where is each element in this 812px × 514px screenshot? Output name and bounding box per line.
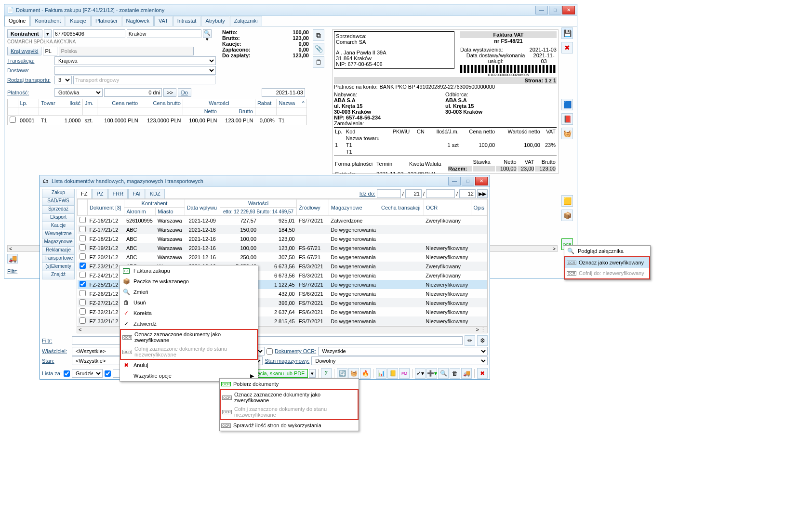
tab-vat[interactable]: VAT — [154, 16, 173, 26]
row-checkbox[interactable] — [80, 244, 86, 250]
search2-icon[interactable]: 🔍 — [438, 368, 449, 379]
close-button[interactable]: ✕ — [475, 177, 488, 185]
maximize-button[interactable]: □ — [462, 177, 474, 185]
pm-icon[interactable]: PM — [399, 368, 410, 379]
row-checkbox[interactable] — [80, 263, 86, 269]
kraj-code[interactable] — [43, 47, 57, 55]
transakcja-select[interactable]: Krajowa — [54, 56, 216, 65]
leftbtn-10[interactable]: Znajdź — [42, 271, 75, 279]
ctx-item[interactable]: 🗑Usuń — [120, 297, 258, 308]
truck2-icon[interactable]: 🚚 — [461, 368, 472, 379]
package-icon[interactable]: 📦 — [561, 210, 573, 221]
ctx-item[interactable]: OCROznacz jako zweryfikowany — [565, 257, 649, 268]
close-button[interactable]: ✕ — [562, 6, 575, 14]
ctx-item[interactable]: ✓Zatwierdź — [120, 318, 258, 329]
truck-icon[interactable]: 🚚 — [7, 254, 18, 264]
kontrahent-code[interactable] — [53, 29, 125, 38]
subtab-FRR[interactable]: FRR — [108, 189, 128, 198]
minimize-button[interactable]: — — [535, 6, 548, 14]
table-row[interactable]: 00001T1 1,0000szt. 100,0000 PLN123,0000 … — [8, 116, 307, 125]
ocr-dropdown[interactable]: ▾ — [309, 369, 316, 378]
tab-załączniki[interactable]: Załączniki — [230, 16, 262, 26]
ctx-item[interactable]: ✖Anuluj — [120, 360, 258, 370]
leftbtn-4[interactable]: Kaucje — [42, 222, 75, 230]
row-checkbox[interactable] — [80, 299, 86, 305]
leftbtn-1[interactable]: SAD/FWS — [42, 197, 75, 206]
tab-kaucje[interactable]: Kaucje — [66, 16, 91, 26]
sigma-icon[interactable]: Σ — [321, 368, 332, 379]
minimize-button[interactable]: — — [448, 177, 461, 185]
check-icon[interactable]: ✓▾ — [415, 368, 426, 379]
kontrahent-dropdown[interactable]: ▾ — [44, 29, 52, 38]
filter-config-icon[interactable]: ⚙ — [477, 335, 488, 346]
ctx-item[interactable]: OCROznacz zaznaczone dokumenty jako zwer… — [121, 330, 257, 344]
row-checkbox[interactable] — [80, 308, 86, 315]
leftbtn-9[interactable]: (s)Elementy — [42, 263, 75, 271]
fire-icon[interactable]: 🔥 — [360, 368, 371, 379]
copy-icon[interactable]: ⧉ — [313, 29, 324, 41]
rodzaj-select[interactable]: 3 — [54, 76, 72, 84]
basket-icon[interactable]: 🧺 — [348, 368, 359, 379]
ocr-checkbox[interactable] — [266, 348, 273, 355]
tab-kontrahent[interactable]: Kontrahent — [30, 16, 65, 26]
ctx-item[interactable]: 🔍Podgląd załącznika — [564, 246, 650, 256]
table-row[interactable]: FZ-18/21/12ABCWarszawa2021-12-16100,0012… — [78, 234, 487, 243]
subtab-FAI[interactable]: FAI — [128, 189, 145, 198]
lista-chk2[interactable] — [105, 370, 111, 377]
leftbtn-7[interactable]: Reklamacje — [42, 246, 75, 255]
table-row[interactable]: FZ-17/21/12ABCWarszawa2021-12-16150,0018… — [78, 225, 487, 234]
subtab-KDZ[interactable]: KDZ — [146, 189, 165, 198]
row-checkbox[interactable] — [80, 272, 86, 278]
kontrahent-city[interactable] — [127, 29, 201, 38]
close2-icon[interactable]: ✖ — [477, 368, 488, 379]
pag-mid[interactable] — [426, 189, 455, 198]
ctx-item[interactable]: OCRSprawdź ilość stron do wykorzystania — [220, 420, 359, 431]
go-button[interactable]: ▶▶ — [477, 189, 488, 198]
subtab-FZ[interactable]: FZ — [77, 189, 92, 198]
dostawa-select[interactable] — [54, 66, 216, 75]
row-checkbox[interactable] — [80, 226, 86, 232]
idz-input[interactable] — [377, 189, 401, 198]
platnosc-select[interactable]: Gotówka — [54, 88, 103, 97]
do-button[interactable]: Do — [178, 88, 191, 97]
table-row[interactable]: FZ-20/21/12ABCWarszawa2021-12-16250,0030… — [78, 252, 487, 262]
tab-nagłówek[interactable]: Nagłówek — [122, 16, 154, 26]
platnosc-date[interactable] — [262, 88, 305, 97]
ctx-item[interactable]: OCRCofnij zaznaczone dokumenty do stanu … — [221, 405, 358, 419]
ctx-item[interactable]: 📦Paczka ze wskazanego — [120, 276, 258, 287]
row-checkbox[interactable] — [10, 117, 16, 123]
maximize-button[interactable]: □ — [549, 6, 561, 14]
save-icon[interactable]: 💾 — [561, 27, 573, 39]
tab-płatności[interactable]: Płatności — [91, 16, 121, 26]
leftbtn-8[interactable]: Transportowe — [42, 254, 75, 263]
leftbtn-2[interactable]: Sprzedaż — [42, 205, 75, 214]
note-icon[interactable]: 🗒 — [313, 56, 324, 68]
leftbtn-6[interactable]: Magazynowe — [42, 238, 75, 247]
leftbtn-5[interactable]: Wewnętrzne — [42, 230, 75, 238]
subtab-PZ[interactable]: PZ — [92, 189, 107, 198]
ctx-item[interactable]: OCRCofnij do: niezweryfikowany — [565, 268, 649, 278]
ctx-item[interactable]: OCRPobierz dokumenty — [220, 379, 359, 389]
ctx-item[interactable]: ✓Korekta — [120, 308, 258, 318]
kraj-button[interactable]: Kraj wysyłki — [7, 47, 41, 55]
leftbtn-0[interactable]: Zakup — [42, 189, 75, 198]
ctx-item[interactable]: 🔍Zmień — [120, 287, 258, 297]
stan-mag-select[interactable]: Dowolny — [311, 356, 488, 365]
table-row[interactable]: FZ-19/21/12ABCWarszawa2021-12-16100,0012… — [78, 243, 487, 252]
vat2-icon[interactable]: 🟨 — [561, 195, 573, 207]
ocr-select[interactable]: Wszystkie — [318, 347, 488, 356]
tab-intrastat[interactable]: Intrastat — [173, 16, 201, 26]
trash-icon[interactable]: 🗑 — [450, 368, 460, 379]
book-icon[interactable]: 📕 — [561, 113, 573, 125]
lista-chk1[interactable] — [64, 370, 70, 377]
titlebar[interactable]: 📄 Dokument - Faktura zakupu [FZ-41/21/12… — [4, 4, 577, 16]
row-checkbox[interactable] — [80, 235, 86, 241]
kontrahent-button[interactable]: Kontrahent — [7, 29, 42, 38]
ctx-item[interactable]: FZFaktura zakupu — [120, 265, 258, 276]
month-select[interactable]: Grudzień — [72, 369, 103, 378]
row-checkbox[interactable] — [80, 281, 86, 287]
titlebar[interactable]: 🗂 Lista dokumentów handlowych, magazynow… — [40, 175, 490, 187]
row-checkbox[interactable] — [80, 217, 86, 223]
forward-button[interactable]: >> — [163, 88, 176, 97]
table-row[interactable]: FZ-16/21/12526100995Warszawa2021-12-0972… — [78, 216, 487, 225]
